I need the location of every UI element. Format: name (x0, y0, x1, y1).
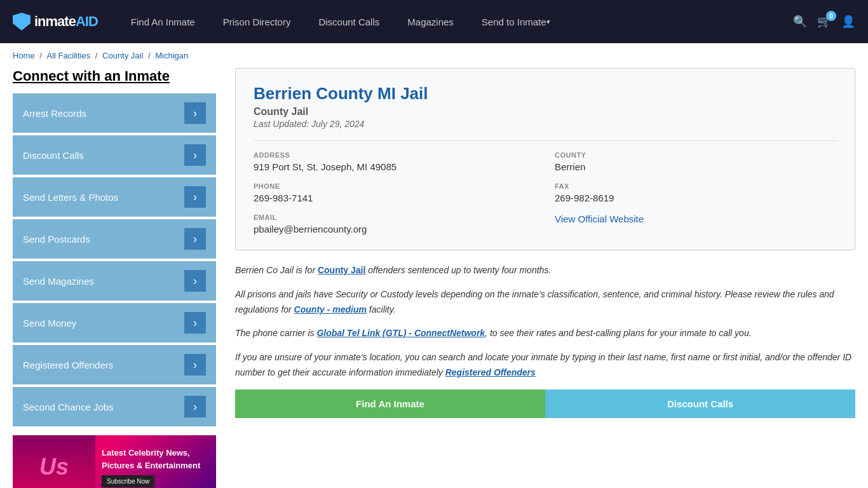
sidebar-item-arrest-records[interactable]: Arrest Records › (13, 93, 216, 133)
header-icons: 🔍 🛒 0 👤 (793, 15, 855, 29)
registered-offenders-link[interactable]: Registered Offenders (445, 367, 536, 377)
county-label: COUNTY (555, 151, 837, 159)
sidebar-item-send-magazines[interactable]: Send Magazines › (13, 261, 216, 301)
find-inmate-button[interactable]: Find An Inmate (235, 390, 545, 418)
facility-name: Berrien County MI Jail (254, 84, 837, 104)
gtl-link[interactable]: Global Tel Link (GTL) - ConnectNetwork (316, 328, 485, 338)
discount-calls-button[interactable]: Discount Calls (545, 390, 855, 418)
sidebar-item-send-money[interactable]: Send Money › (13, 303, 216, 342)
logo[interactable]: inmateAID (13, 13, 98, 30)
sidebar-item-label: Registered Offenders (23, 360, 113, 370)
fax-label: FAX (555, 182, 837, 190)
ad-subscribe-button[interactable]: Subscribe Now (102, 475, 154, 487)
arrow-icon: › (184, 228, 206, 250)
sidebar-item-send-postcards[interactable]: Send Postcards › (13, 219, 216, 259)
desc-para3-prefix: The phone carrier is (235, 328, 316, 338)
sidebar-item-label: Arrest Records (23, 108, 86, 119)
ad-banner: Us Latest Celebrity News, Pictures & Ent… (13, 435, 216, 488)
facility-info-grid: ADDRESS 919 Port St, St. Joseph, MI 4908… (254, 140, 837, 234)
address-label: ADDRESS (254, 151, 536, 159)
ad-image: Us (13, 435, 95, 488)
breadcrumb-sep-2: / (95, 51, 100, 60)
sidebar-item-label: Send Postcards (23, 234, 90, 245)
nav-prison-directory[interactable]: Prison Directory (209, 0, 305, 43)
arrow-icon: › (184, 144, 206, 166)
desc-para-4: If you are unsure of your inmate’s locat… (235, 350, 855, 381)
sidebar-item-label: Send Letters & Photos (23, 192, 118, 203)
address-block: ADDRESS 919 Port St, St. Joseph, MI 4908… (254, 151, 536, 172)
desc-para-1: Berrien Co Jail is for County Jail offen… (235, 263, 855, 278)
main-content: Berrien County MI Jail County Jail Last … (235, 68, 855, 488)
ad-content: Latest Celebrity News, Pictures & Entert… (95, 442, 216, 488)
search-icon[interactable]: 🔍 (793, 15, 807, 29)
view-official-website-link[interactable]: View Official Website (555, 214, 644, 224)
sidebar-item-label: Send Magazines (23, 276, 94, 287)
breadcrumb-home[interactable]: Home (13, 51, 35, 60)
desc-para1-suffix: offenders sentenced up to twenty four mo… (365, 265, 551, 275)
nav-send-to-inmate[interactable]: Send to Inmate (468, 0, 564, 43)
website-block: View Official Website (555, 214, 837, 234)
main-nav: Find An Inmate Prison Directory Discount… (117, 0, 793, 43)
county-value: Berrien (555, 161, 837, 172)
facility-last-updated: Last Updated: July 29, 2024 (254, 119, 837, 129)
breadcrumb-county-jail[interactable]: County Jail (102, 51, 143, 60)
arrow-icon: › (184, 270, 206, 292)
sidebar-menu: Arrest Records › Discount Calls › Send L… (13, 93, 216, 426)
breadcrumb-all-facilities[interactable]: All Facilities (47, 51, 91, 60)
sidebar-item-second-chance-jobs[interactable]: Second Chance Jobs › (13, 387, 216, 426)
nav-discount-calls[interactable]: Discount Calls (304, 0, 393, 43)
arrow-icon: › (184, 354, 206, 376)
desc-para1-prefix: Berrien Co Jail is for (235, 265, 318, 275)
bottom-buttons: Find An Inmate Discount Calls (235, 390, 855, 418)
sidebar-item-registered-offenders[interactable]: Registered Offenders › (13, 345, 216, 384)
breadcrumb-sep-1: / (39, 51, 44, 60)
address-value: 919 Port St, St. Joseph, MI 49085 (254, 161, 536, 172)
arrow-icon: › (184, 312, 206, 334)
phone-block: PHONE 269-983-7141 (254, 182, 536, 203)
county-medium-link[interactable]: County - medium (294, 304, 367, 315)
arrow-icon: › (184, 396, 206, 417)
fax-value: 269-982-8619 (555, 193, 837, 203)
nav-find-inmate[interactable]: Find An Inmate (117, 0, 209, 43)
arrow-icon: › (184, 102, 206, 124)
user-icon[interactable]: 👤 (841, 15, 855, 29)
logo-text: inmateAID (34, 13, 98, 30)
sidebar-title: Connect with an Inmate (13, 68, 216, 85)
sidebar-item-label: Send Money (23, 318, 76, 329)
nav-magazines[interactable]: Magazines (393, 0, 468, 43)
fax-block: FAX 269-982-8619 (555, 182, 837, 203)
facility-type: County Jail (254, 106, 837, 118)
desc-para4-prefix: If you are unsure of your inmate’s locat… (235, 352, 851, 377)
desc-para-2: All prisons and jails have Security or C… (235, 287, 855, 318)
sidebar: Connect with an Inmate Arrest Records › … (13, 68, 216, 488)
email-block: EMAIL pbailey@berriencounty.org (254, 214, 536, 234)
desc-para-3: The phone carrier is Global Tel Link (GT… (235, 326, 855, 341)
sidebar-item-send-letters[interactable]: Send Letters & Photos › (13, 177, 216, 217)
desc-para3-suffix: , to see their rates and best-calling pl… (485, 328, 751, 338)
county-block: COUNTY Berrien (555, 151, 837, 172)
ad-title: Latest Celebrity News, Pictures & Entert… (102, 447, 210, 471)
sidebar-item-label: Discount Calls (23, 150, 84, 161)
breadcrumb: Home / All Facilities / County Jail / Mi… (0, 43, 868, 68)
site-header: inmateAID Find An Inmate Prison Director… (0, 0, 868, 43)
county-jail-link[interactable]: County Jail (318, 265, 365, 275)
phone-value: 269-983-7141 (254, 193, 536, 203)
cart-icon[interactable]: 🛒 0 (817, 15, 831, 29)
breadcrumb-sep-3: / (148, 51, 153, 60)
email-label: EMAIL (254, 214, 536, 221)
facility-description: Berrien Co Jail is for County Jail offen… (235, 263, 855, 381)
phone-label: PHONE (254, 182, 536, 190)
breadcrumb-michigan[interactable]: Michigan (155, 51, 188, 60)
cart-badge: 0 (826, 11, 836, 21)
sidebar-item-label: Second Chance Jobs (23, 402, 114, 412)
email-value: pbailey@berriencounty.org (254, 224, 536, 234)
sidebar-item-discount-calls[interactable]: Discount Calls › (13, 135, 216, 175)
logo-shield-icon (13, 13, 31, 30)
arrow-icon: › (184, 186, 206, 208)
main-container: Connect with an Inmate Arrest Records › … (0, 68, 868, 488)
facility-card: Berrien County MI Jail County Jail Last … (235, 68, 855, 250)
desc-para2-suffix: facility. (367, 304, 396, 315)
